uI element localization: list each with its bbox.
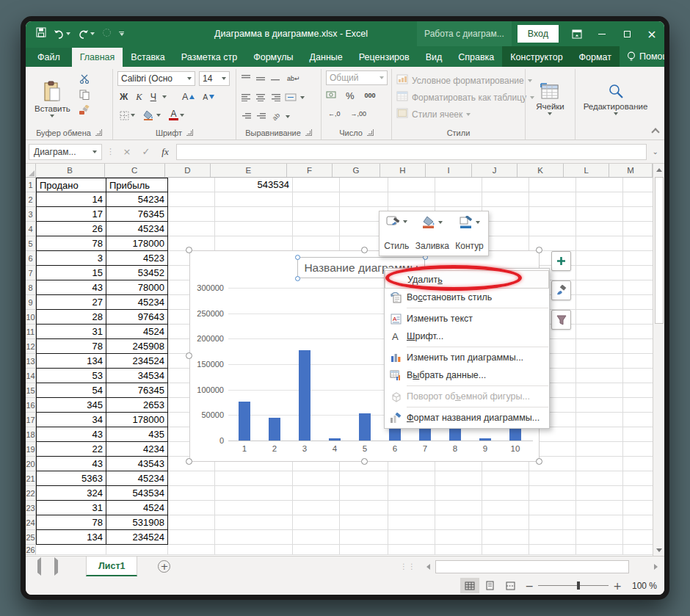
number-format-select[interactable]: Общий [326, 70, 388, 85]
cell-J24[interactable] [482, 515, 529, 530]
cell-I1[interactable] [435, 178, 482, 192]
cell-H24[interactable] [388, 515, 435, 530]
cell-K26[interactable] [529, 545, 576, 555]
cell-C9[interactable]: 45234 [106, 295, 168, 310]
cell-K4[interactable] [529, 222, 576, 236]
ribbon-tab[interactable]: Вид [418, 48, 451, 67]
row-header-11[interactable]: 11 [26, 325, 36, 339]
formula-input[interactable] [176, 144, 647, 160]
cell-B10[interactable]: 28 [36, 310, 106, 325]
cell-G23[interactable] [340, 501, 388, 515]
font-size-select[interactable]: 14 [199, 71, 230, 86]
column-header-M[interactable]: M [609, 164, 653, 177]
merge-center-icon[interactable] [285, 91, 297, 104]
cell-M13[interactable] [623, 354, 653, 369]
minibar-style-button[interactable]: Стиль [382, 214, 411, 253]
menu-item[interactable]: AШрифт... [385, 327, 549, 345]
horizontal-scroll-track[interactable] [631, 560, 648, 573]
cell-D26[interactable] [168, 545, 215, 555]
next-sheet-button[interactable] [54, 560, 58, 573]
underline-caret[interactable] [162, 95, 167, 98]
orientation-icon[interactable]: ab [270, 113, 282, 120]
cell-E2[interactable] [215, 192, 293, 207]
wrap-text-icon[interactable]: ab↵ [285, 75, 302, 82]
cell-B2[interactable]: 14 [36, 192, 106, 207]
menu-item[interactable]: AИзменить текст [385, 310, 549, 327]
sheet-tab-active[interactable]: Лист1 [86, 557, 137, 576]
sign-in-button[interactable]: Вход [518, 25, 559, 43]
row-header-26[interactable]: 26 [26, 545, 36, 555]
cell-E23[interactable] [215, 501, 293, 515]
redo-dropdown-caret[interactable] [90, 32, 95, 35]
cell-L25[interactable] [576, 530, 623, 545]
cell-L1[interactable] [576, 178, 623, 192]
cell-B18[interactable]: 43 [36, 427, 106, 442]
cell-C25[interactable]: 234524 [106, 530, 168, 545]
cell-C14[interactable]: 34534 [106, 369, 168, 383]
cell-B26[interactable] [36, 545, 106, 555]
alignment-dialog-launcher[interactable] [305, 129, 312, 136]
align-left-icon[interactable] [241, 91, 252, 104]
align-middle-icon[interactable] [255, 72, 266, 85]
namebox-splitter[interactable]: ⋮ [105, 147, 116, 156]
touch-mode-icon[interactable] [102, 27, 112, 40]
cell-C26[interactable] [106, 545, 168, 555]
grow-font-button[interactable]: А [180, 92, 197, 102]
chart-resize-handle[interactable] [536, 458, 542, 465]
ribbon-tab[interactable]: Вставка [123, 48, 172, 67]
cell-G22[interactable] [340, 486, 388, 501]
cell-G1[interactable] [340, 178, 388, 192]
cell-B20[interactable]: 43 [36, 457, 106, 471]
cell-C24[interactable]: 531908 [106, 515, 168, 530]
minibar-fill-button[interactable]: Заливка [413, 214, 451, 253]
cell-C3[interactable]: 76345 [106, 207, 168, 222]
title-handle[interactable] [295, 255, 300, 260]
cell-D2[interactable] [168, 192, 215, 207]
enter-button[interactable]: ✓ [138, 146, 154, 157]
decrease-indent-icon[interactable] [241, 110, 252, 123]
cell-B12[interactable]: 78 [36, 339, 106, 354]
cell-L4[interactable] [576, 222, 623, 236]
select-all-corner[interactable] [26, 164, 36, 177]
cell-C22[interactable]: 543534 [106, 486, 168, 501]
row-header-20[interactable]: 20 [26, 457, 36, 471]
ribbon-tab[interactable]: Справка [450, 48, 502, 67]
column-header-J[interactable]: J [472, 164, 518, 177]
cell-F1[interactable] [293, 178, 340, 192]
cell-H22[interactable] [388, 486, 435, 501]
cell-H1[interactable] [388, 178, 435, 192]
name-box[interactable]: Диаграм... [29, 144, 102, 160]
cell-E22[interactable] [215, 486, 293, 501]
normal-view-button[interactable] [460, 578, 479, 593]
cell-B8[interactable]: 43 [36, 280, 106, 295]
cell-M19[interactable] [623, 442, 653, 457]
horizontal-scroll-thumb[interactable] [435, 560, 629, 573]
cell-M10[interactable] [623, 310, 653, 325]
chart-bar-5[interactable] [359, 413, 371, 441]
column-header-E[interactable]: E [211, 164, 287, 177]
cell-I25[interactable] [435, 530, 482, 545]
cell-F25[interactable] [293, 530, 340, 545]
align-right-icon[interactable] [270, 91, 281, 104]
cell-K21[interactable] [529, 471, 576, 486]
comma-style-button[interactable]: 000 [363, 92, 378, 99]
ribbon-contextual-tab[interactable]: Конструктор [502, 48, 570, 67]
cell-K1[interactable] [529, 178, 576, 192]
column-header-D[interactable]: D [165, 164, 211, 177]
cell-H2[interactable] [388, 192, 435, 207]
cell-L8[interactable] [576, 280, 623, 295]
cell-B24[interactable]: 78 [36, 515, 106, 530]
row-header-16[interactable]: 16 [26, 398, 36, 413]
cell-I23[interactable] [435, 501, 482, 515]
cell-J3[interactable] [482, 207, 529, 222]
row-header-8[interactable]: 8 [26, 280, 36, 295]
page-break-view-button[interactable] [501, 578, 520, 593]
cell-I2[interactable] [435, 192, 482, 207]
cell-C13[interactable]: 234524 [106, 354, 168, 369]
cell-D1[interactable] [168, 178, 215, 192]
cell-M8[interactable] [623, 280, 653, 295]
cell-M7[interactable] [623, 266, 653, 280]
cell-C12[interactable]: 245908 [106, 339, 168, 354]
cell-D25[interactable] [168, 530, 215, 545]
cell-H23[interactable] [388, 501, 435, 515]
